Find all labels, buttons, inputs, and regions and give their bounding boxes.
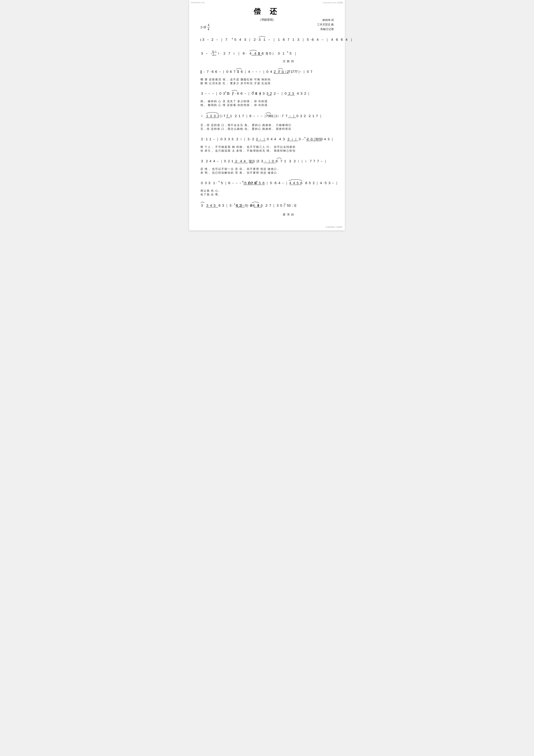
svg-text:ｉ: ｉ [200,114,204,118]
lyric-row-5b: 言，偿 还的借 口，我怎么能相 信。 爱的心 路旅程， 我曾经答应 [200,127,334,131]
svg-text:３ － －: ３ － － [200,52,214,55]
svg-text:｜ ｉ· ２ ７ ｉ ｜ ６·: ｜ ｉ· ２ ７ ｉ ｜ ６· [212,52,247,55]
lyric-row-7b: 表 明， 也已经谅解你的 苦 衷， 但不要用 偿还 做借口， [200,171,334,175]
svg-text:｜７: ｜７ [219,114,226,118]
svg-text:#: # [225,91,227,93]
credit-line1: 林煌坤 词 [317,18,334,22]
key-signature: 1=F 4 4 [200,23,334,31]
lyric-row-9a: 爱 哭 的 [200,213,334,217]
svg-text:５６｜５·６４－｜４４５６ ６５２｜４·５３－｜: ５６｜５·６４－｜４４５６ ６５２｜４·５３－｜ [258,181,339,185]
notation-svg-row8: ０３３ １· # ５｜６－－－｜（０６ # ５６ ♭ ７６ # ５６｜５·６４－… [200,177,338,187]
lyric-row-6a: 两 个人， 不可能是我 独 徘徊， 也不可能三人 行。 你可以去找新的 [200,145,334,149]
lyric-row-5a: 言，偿 还的借 口，我不会去当 真。 爱的心 路旅程， 只能够我们 [200,123,334,127]
svg-text:０３３ １·: ０３３ １· [200,181,217,185]
music-row-1: (３ － ２ － ｜ ７ # ５ ４ ３ ｜ ２·３ １ － ｜ １ ６ ７ １… [200,35,334,45]
svg-text:３: ３ [200,204,204,207]
lyric-row-4a: 痕。 破碎的 心 灵 流失了 多少的情， 弥 补的谎 [200,99,334,103]
svg-text:#: # [218,180,220,183]
music-row-5: ｉ １２３２ｉ ｜７ ７１ ２１７｜６－－－｜０１１ ７６｜ｉ·７７－｜０２２ … [200,110,334,131]
notation-svg-row2: ３ － － ２ｉ ｜ ｉ· ２ ７ ｉ ｜ ６· ４ ４３ １６ ｜ ３０） ３… [200,48,338,57]
time-top: 4 [207,23,210,27]
svg-text:‖：７·６６－｜０６７１: ‖：７·６６－｜０６７１ [200,70,240,74]
music-row-7: ３ ２４４－｜０２１２ ４４ ３２｜ ２ｉ３３－｜０６ ７１ ３ ２ｉ｜ｉ ７７… [200,156,334,175]
music-row-9: ３ ３４５ ６３｜３· ４２－｜２ # １２ ５·４｜３· ４ ４３ ２７｜３０… [200,200,334,217]
svg-text:#: # [287,51,289,53]
sheet-music-page: www.jianpu.org www.klvcd.com 词曲网 偿 还 （邓丽… [189,0,345,230]
watermark-bottom: 本曲谱源自 词曲网 [325,226,342,229]
music-row-8: ０３３ １· # ５｜６－－－｜（０６ # ５６ ♭ ７６ # ５６｜５·６４－… [200,177,334,197]
svg-text:#: # [256,180,258,183]
svg-text:１｜３３２２－｜０２３ ４３２｜: １｜３３２２－｜０２３ ４３２｜ [255,92,311,95]
svg-text:３０） ３ １: ３０） ３ １ [265,52,286,55]
note-row-6: ２·１１－｜０３３３ ２ｉ｜３·２２－｜０４４ ４３ ２ｉ｜３－－－｜０３ # … [200,134,334,145]
lyric-row-6b: 你 牵引， 这只能说我 太 多情， 不敢埋怨你无 情。 我曾经耐心听你 [200,149,334,153]
note-row-8: ０３３ １· # ５｜６－－－｜（０６ # ５６ ♭ ７６ # ５６｜５·６４－… [200,177,334,189]
svg-text:２３ ５５ ４３｜: ２３ ５５ ４３｜ [306,137,334,141]
note-row-7: ３ ２４４－｜０２１２ ４４ ３２｜ ２ｉ３３－｜０６ ７１ ３ ２ｉ｜ｉ ７７… [200,156,334,167]
lyric-row-8b: 伤了我 自 尊。 [200,193,334,197]
svg-text:#: # [232,38,233,40]
notation-svg-row1: (３ － ２ － ｜ ７ # ５ ４ ３ ｜ ２·３ １ － ｜ １ ６ ７ １… [200,35,338,43]
music-row-3: ‖：７·６６－｜０６７１ ７６｜４－－－｜０４２ｉ｜ｉ７７７－｜０７ ７１ ２１… [200,66,334,86]
notation-svg-row3: ‖：７·６６－｜０６７１ ７６｜４－－－｜０４２ｉ｜ｉ７７７－｜０７ ７１ ２１… [200,66,338,75]
svg-text:#: # [234,203,236,205]
lyric-row-7a: 恋 情， 也可以不留一点 音 讯， 但不要用 偿还 做借口， [200,167,334,171]
svg-text:５ ｜: ５ ｜ [289,52,297,55]
note-row-9: ３ ３４５ ６３｜３· ４２－｜２ # １２ ５·４｜３· ４ ４３ ２７｜３０… [200,200,334,213]
svg-text:#: # [304,136,306,139]
note-row-4: ３－－－｜０３１ # ５｜ ７·６６－｜０６４ # １｜３３２２－｜０２３ ４３… [200,88,334,99]
time-bottom: 4 [207,27,210,31]
watermark-top-left: www.jianpu.org [191,1,204,4]
svg-text:#: # [253,91,254,93]
music-row-4: ３－－－｜０３１ # ５｜ ７·６６－｜０６４ # １｜３３２２－｜０２３ ４３… [200,88,334,107]
credit-line3: 剥椒王记谱 [317,27,334,31]
lyric-row-3b: 眼 睛 让泪水染 红， 要多少 岁月时光 才遗 忘这段 [200,81,334,85]
svg-text:#: # [242,180,243,183]
note-row-3: ‖：７·６６－｜０６７１ ７６｜４－－－｜０４２ｉ｜ｉ７７７－｜０７ ７１ ２１… [200,66,334,78]
note-row-2: ３ － － ２ｉ ｜ ｉ· ２ ７ ｉ ｜ ６· ４ ４３ １６ ｜ ３０） ３… [200,48,334,60]
note-row-5: ｉ １２３２ｉ ｜７ ７１ ２１７｜６－－－｜０１１ ７６｜ｉ·７７－｜０２２ … [200,110,334,123]
svg-text:#: # [284,203,286,205]
credits: 林煌坤 词 三木尤贺志 曲 剥椒王记谱 [317,18,334,31]
lyric-row-2a: 沉 默 的 [200,60,334,63]
svg-text:７１ ２１７｜: ７１ ２１７｜ [278,70,301,74]
svg-text:５ ４ ３ ｜ ２·３ １ － ｜ １ ６ ７ １ ３ ｜ : ５ ４ ３ ｜ ２·３ １ － ｜ １ ６ ７ １ ３ ｜ ５·６ ４ － ｜ … [234,38,354,41]
svg-text:５ ：‖: ５ ：‖ [286,204,297,207]
time-signature: 4 4 [207,23,210,31]
song-subtitle: （邓丽君唱） [200,18,334,22]
notation-svg-row5: ｉ １２３２ｉ ｜７ ７１ ２１７｜６－－－｜０１１ ７６｜ｉ·７７－｜０２２ … [200,110,338,121]
key-text: 1=F [200,25,207,30]
lyric-row-8a: 再让我 伤 心。 [200,189,334,193]
notation-svg-row6: ２·１１－｜０３３３ ２ｉ｜３·２２－｜０４４ ４３ ２ｉ｜３－－－｜０３ # … [200,134,338,143]
music-row-2: ３ － － ２ｉ ｜ ｉ· ２ ７ ｉ ｜ ６· ４ ４３ １６ ｜ ３０） ３… [200,48,334,63]
song-title: 偿 还 [200,7,334,16]
svg-text:(３ － ２ － ｜ ７: (３ － ２ － ｜ ７ [200,38,228,41]
notation-svg-row7: ３ ２４４－｜０２１２ ４４ ３２｜ ２ｉ３３－｜０６ ７１ ３ ２ｉ｜ｉ ７７… [200,156,338,165]
lyric-row-4b: 情。 脆弱的 心 情 还留着 你的伤痕， 弥 补的谎 [200,103,334,107]
svg-text:７６｜ｉ·７７－｜０２２ ２１７｜: ７６｜ｉ·７７－｜０２２ ２１７｜ [265,114,323,118]
notation-svg-row4: ３－－－｜０３１ # ５｜ ７·６６－｜０６４ # １｜３３２２－｜０２３ ４３… [200,88,338,97]
svg-text:♭: ♭ [249,180,250,183]
note-row-1: (３ － ２ － ｜ ７ # ５ ４ ３ ｜ ２·３ １ － ｜ １ ６ ７ １… [200,35,334,45]
watermark-top-right: www.klvcd.com 词曲网 [323,1,343,4]
notation-svg-row9: ３ ３４５ ６３｜３· ４２－｜２ # １２ ５·４｜３· ４ ４３ ２７｜３０… [200,200,338,211]
credit-line2: 三木尤贺志 曲 [317,22,334,27]
svg-text:７６｜４－－－｜０４２ｉ｜ｉ７７７－｜０７: ７６｜４－－－｜０４２ｉ｜ｉ７７７－｜０７ [236,70,314,74]
music-row-6: ２·１１－｜０３３３ ２ｉ｜３·２２－｜０４４ ４３ ２ｉ｜３－－－｜０３ # … [200,134,334,153]
lyric-row-3a: 嘴 唇 还留着泪 痕， 这不是 胭脂红粉 可掩 饰的伤 [200,78,334,81]
svg-text:２ｉ３３－｜０６ ７１ ３ ２ｉ｜ｉ ７７７－｜: ２ｉ３３－｜０６ ７１ ３ ２ｉ｜ｉ ７７７－｜ [249,159,327,163]
